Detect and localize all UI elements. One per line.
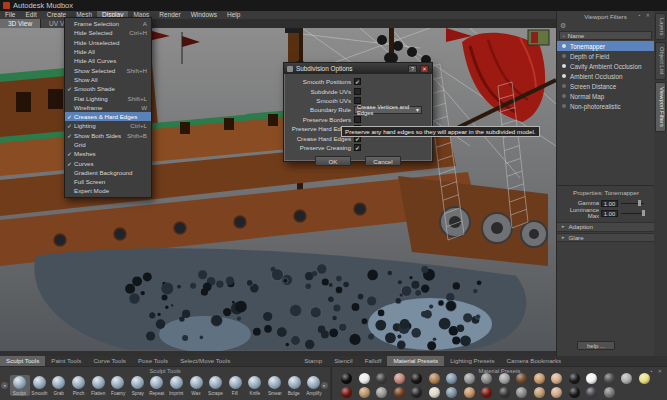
menu-item-hide-all[interactable]: Hide All: [65, 47, 151, 56]
slider-track[interactable]: [621, 213, 644, 214]
menu-windows[interactable]: Windows: [186, 11, 222, 19]
menu-item-meshes[interactable]: ✓Meshes: [65, 149, 151, 158]
menu-file[interactable]: File: [0, 11, 20, 19]
checkbox-preserve-borders[interactable]: [354, 116, 361, 123]
material-swatch[interactable]: [481, 373, 492, 384]
material-swatch[interactable]: [359, 373, 370, 384]
material-swatch[interactable]: [411, 387, 422, 398]
boundary-rule-select[interactable]: Crease Vertices and Edges▾: [354, 106, 422, 114]
filter-item-non-photorealistic[interactable]: Non-photorealistic: [557, 101, 654, 111]
filter-toggle-icon[interactable]: [562, 74, 566, 78]
dialog-titlebar[interactable]: Subdivision Options ? ✕: [284, 63, 432, 74]
checkbox-smooth-positions[interactable]: ✓: [354, 78, 361, 85]
bottom-tab-camera-bookmarks[interactable]: Camera Bookmarks: [501, 356, 568, 366]
material-swatch[interactable]: [586, 387, 597, 398]
menu-help[interactable]: Help: [222, 11, 245, 19]
tool-smear[interactable]: Smear: [265, 375, 285, 396]
filter-toggle-icon[interactable]: [562, 64, 566, 68]
menu-item-hide-all-curves[interactable]: Hide All Curves: [65, 56, 151, 65]
gear-icon[interactable]: ⚙: [557, 22, 654, 31]
help-button[interactable]: help ...: [577, 341, 615, 350]
side-tab-viewport-filters[interactable]: Viewport Filters: [655, 82, 666, 132]
tool-repeat[interactable]: Repeat: [147, 375, 167, 396]
material-swatch[interactable]: [429, 373, 440, 384]
menu-item-lighting[interactable]: ✓LightingCtrl+L: [65, 121, 151, 130]
menu-item-hide-selected[interactable]: Hide SelectedCtrl+H: [65, 28, 151, 37]
material-swatch[interactable]: [551, 373, 562, 384]
ok-button[interactable]: OK: [315, 156, 351, 166]
material-swatch[interactable]: [481, 387, 492, 398]
bottom-tab-curve-tools[interactable]: Curve Tools: [87, 356, 132, 366]
material-swatch[interactable]: [569, 373, 580, 384]
tool-smooth[interactable]: Smooth: [30, 375, 50, 396]
filter-item-tonemapper[interactable]: Tonemapper: [557, 41, 654, 51]
menu-item-creases-hard-edges[interactable]: ✓Creases & Hard Edges: [65, 112, 151, 121]
filter-toggle-icon[interactable]: [562, 104, 566, 108]
material-swatch[interactable]: [376, 387, 387, 398]
material-swatch[interactable]: [394, 373, 405, 384]
filter-toggle-icon[interactable]: [562, 94, 566, 98]
material-swatch[interactable]: [604, 373, 615, 384]
material-swatch[interactable]: [464, 373, 475, 384]
menu-item-show-all[interactable]: Show All: [65, 75, 151, 84]
filter-item-normal-map[interactable]: Normal Map: [557, 91, 654, 101]
tab-3d-view[interactable]: 3D View: [0, 19, 41, 28]
bottom-tab-select-move-tools[interactable]: Select/Move Tools: [174, 356, 236, 366]
menu-edit[interactable]: Edit: [20, 11, 41, 19]
menu-item-grid[interactable]: Grid: [65, 140, 151, 149]
tray-scroll-right-icon[interactable]: ▸: [321, 382, 328, 389]
material-swatch[interactable]: [394, 387, 405, 398]
material-swatch[interactable]: [534, 387, 545, 398]
slider-value-field[interactable]: 1.00: [601, 210, 618, 217]
material-swatch[interactable]: [516, 387, 527, 398]
bottom-tab-lighting-presets[interactable]: Lighting Presets: [444, 356, 500, 366]
dialog-help-button[interactable]: ?: [408, 65, 417, 73]
material-swatch[interactable]: [446, 373, 457, 384]
filter-item-ambient-occlusion[interactable]: Ambient Occlusion: [557, 71, 654, 81]
material-swatch[interactable]: [534, 373, 545, 384]
filter-item-screen-distance[interactable]: Screen Distance: [557, 81, 654, 91]
slider-value-field[interactable]: 1.00: [601, 200, 618, 207]
material-swatch[interactable]: [341, 387, 352, 398]
menu-item-expert-mode[interactable]: Expert Mode: [65, 186, 151, 195]
material-swatch[interactable]: [464, 387, 475, 398]
slider-handle[interactable]: [642, 210, 645, 216]
tray-scroll-left-icon[interactable]: ◂: [1, 382, 8, 389]
cancel-button[interactable]: Cancel: [365, 156, 401, 166]
tool-wax[interactable]: Wax: [186, 375, 206, 396]
material-swatch[interactable]: [429, 387, 440, 398]
material-swatch[interactable]: [499, 373, 510, 384]
tool-fill[interactable]: Fill: [226, 375, 246, 396]
section-glare[interactable]: ►Glare: [557, 233, 655, 243]
material-swatch[interactable]: [411, 373, 422, 384]
side-tab-object-list[interactable]: Object List: [655, 42, 666, 79]
name-column-header[interactable]: ▪ Name: [559, 31, 652, 40]
menu-render[interactable]: Render: [154, 11, 185, 19]
material-swatch[interactable]: [516, 373, 527, 384]
menu-item-gradient-background[interactable]: Gradient Background: [65, 168, 151, 177]
bottom-tab-pose-tools[interactable]: Pose Tools: [132, 356, 174, 366]
menu-item-smooth-shade[interactable]: ✓Smooth Shade: [65, 84, 151, 93]
slider-track[interactable]: [621, 203, 644, 204]
material-swatch[interactable]: [604, 387, 615, 398]
material-swatch[interactable]: [341, 373, 352, 384]
material-swatch[interactable]: [446, 387, 457, 398]
material-tray-icons[interactable]: ▪ ✕: [651, 368, 664, 374]
checkbox-subdivide-uvs[interactable]: [354, 88, 361, 95]
menu-item-show-both-sides[interactable]: ✓Show Both SidesShift+B: [65, 131, 151, 140]
checkbox-preserve-creasing[interactable]: ✓: [354, 144, 361, 151]
tool-pinch[interactable]: Pinch: [69, 375, 89, 396]
menu-item-hide-unselected[interactable]: Hide Unselected: [65, 38, 151, 47]
tool-flatten[interactable]: Flatten: [88, 375, 108, 396]
material-swatch[interactable]: [621, 373, 632, 384]
section-adaption[interactable]: ►Adaption: [557, 222, 655, 232]
bottom-tab-paint-tools[interactable]: Paint Tools: [45, 356, 87, 366]
tool-knife[interactable]: Knife: [245, 375, 265, 396]
side-tab-layers[interactable]: Layers: [655, 13, 666, 40]
bottom-tab-material-presets[interactable]: Material Presets: [387, 356, 444, 366]
panel-header-icons[interactable]: ▪ ✕: [639, 12, 652, 18]
filter-item-cavity-ambient-occlusion[interactable]: Cavity Ambient Occlusion: [557, 61, 654, 71]
bottom-tab-sculpt-tools[interactable]: Sculpt Tools: [0, 356, 45, 366]
tool-scrape[interactable]: Scrape: [206, 375, 226, 396]
filter-toggle-icon[interactable]: [562, 54, 566, 58]
